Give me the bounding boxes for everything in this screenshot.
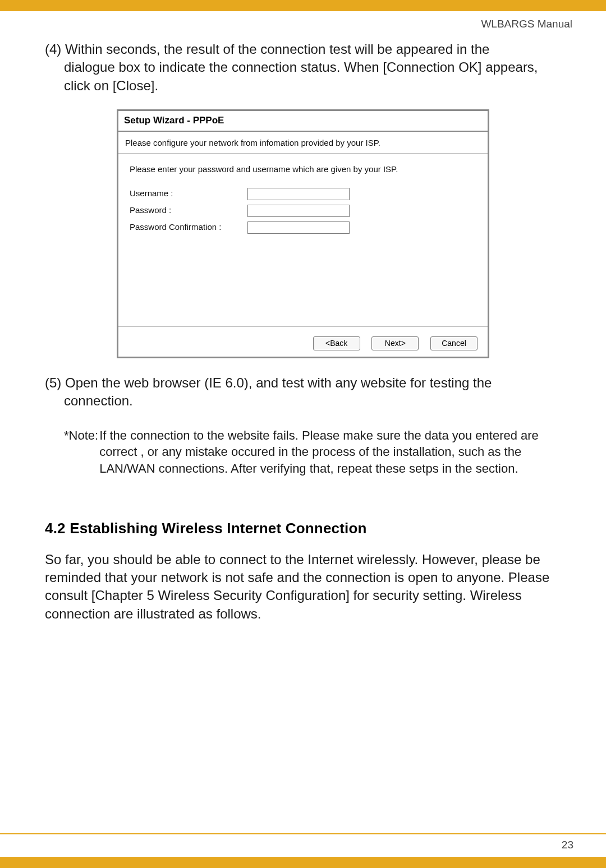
step-4-number: (4) <box>45 41 65 57</box>
password-label: Password : <box>130 205 247 216</box>
section-4-2-body: So far, you should be able to connect to… <box>45 551 561 624</box>
back-button[interactable]: <Back <box>313 336 360 350</box>
section-4-2-heading: 4.2 Establishing Wireless Internet Conne… <box>45 519 561 538</box>
password-confirm-label: Password Confirmation : <box>130 221 247 233</box>
step-4-text-lead: Within seconds, the result of the connec… <box>65 41 489 57</box>
password-input[interactable] <box>247 205 350 217</box>
wizard-instruction: Please enter your password and username … <box>130 164 476 175</box>
cancel-button[interactable]: Cancel <box>430 336 478 350</box>
header-manual-label: WLBARGS Manual <box>0 11 606 30</box>
step-5-number: (5) <box>45 375 65 390</box>
username-input[interactable] <box>247 188 350 200</box>
setup-wizard-window: Setup Wizard - PPPoE Please configure yo… <box>117 109 489 358</box>
step-5-text-rest: connection. <box>45 392 561 410</box>
bottom-accent-bar <box>0 857 606 868</box>
note-block: *Note: If the connection to the website … <box>45 427 561 477</box>
step-5-text-lead: Open the web browser (IE 6.0), and test … <box>65 375 492 390</box>
username-row: Username : <box>130 188 476 200</box>
note-label: *Note: <box>64 427 98 477</box>
wizard-title: Setup Wizard - PPPoE <box>118 111 488 132</box>
main-content: (4) Within seconds, the result of the co… <box>0 30 606 623</box>
username-label: Username : <box>130 188 247 199</box>
page-root: { "header": { "manual_label": "WLBARGS M… <box>0 0 606 868</box>
note-text: If the connection to the website fails. … <box>98 427 561 477</box>
top-accent-bar <box>0 0 606 11</box>
wizard-body: Please enter your password and username … <box>118 154 488 326</box>
page-number: 23 <box>562 839 573 851</box>
wizard-footer: <Back Next> Cancel <box>118 326 488 356</box>
password-row: Password : <box>130 205 476 217</box>
step-5-paragraph: (5) Open the web browser (IE 6.0), and t… <box>45 374 561 410</box>
wizard-subtitle: Please configure your network from infom… <box>118 132 488 154</box>
next-button[interactable]: Next> <box>371 336 419 350</box>
password-confirm-row: Password Confirmation : <box>130 221 476 234</box>
bottom-accent-rule <box>0 833 606 834</box>
step-4-paragraph: (4) Within seconds, the result of the co… <box>45 40 561 95</box>
password-confirm-input[interactable] <box>247 221 350 234</box>
step-4-text-rest: dialogue box to indicate the connection … <box>45 58 561 95</box>
setup-wizard-screenshot: Setup Wizard - PPPoE Please configure yo… <box>117 109 489 358</box>
